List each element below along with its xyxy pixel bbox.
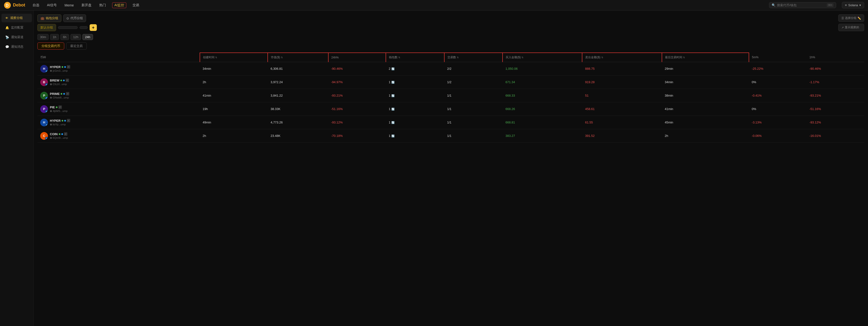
wallet-group-label: 钱包分组: [46, 16, 58, 20]
change5m-1: 0%: [749, 76, 807, 89]
badge-square: ✓: [66, 79, 69, 82]
blue-dot: [61, 133, 63, 135]
last-trade-2: 38min: [662, 89, 749, 102]
coin-cell-0: H ◎ HYPER ✓ ⊕ jcGm3...ump: [37, 62, 200, 76]
change5m-5: -0.06%: [749, 129, 807, 143]
time-btn-30m[interactable]: 30m: [37, 34, 49, 40]
table-row[interactable]: C ◎ COIN ✓ ⊕ 6Qm9r...ump 2h: [37, 129, 864, 143]
verify-icon: ⊕: [50, 137, 52, 139]
sidebar-item-notifymsg[interactable]: 💬 通知消息: [1, 42, 32, 51]
created-4: 49min: [200, 116, 268, 129]
col-coin: 币种: [37, 53, 200, 62]
col-sell-amount[interactable]: 卖出金额($): [582, 53, 662, 62]
sidebar-item-label-notifymsg: 通知消息: [11, 45, 24, 49]
table-row[interactable]: H ◎ HYPER ✓ ⊕ jcGm3...ump 34m: [37, 62, 864, 76]
display-watch-label: 显示观察的: [845, 25, 859, 29]
eye-icon: 👁: [5, 16, 8, 20]
col-1h: 1h%: [806, 53, 864, 62]
sidebar-item-label-monitorconfig: 监控配置: [11, 25, 24, 30]
sidebar-item-watchgroup[interactable]: 👁 观察分组: [1, 14, 32, 22]
right-actions: ☰ 选择分组 ✏️ ↗ 显示观察的: [838, 14, 864, 31]
nav-item-aijianakong[interactable]: AI监控: [112, 2, 126, 8]
change1h-4: -93.12%: [806, 116, 864, 129]
col-last-trade[interactable]: 最后交易时间: [662, 53, 749, 62]
col-marketcap[interactable]: 市值($): [268, 53, 328, 62]
trades-3: 1/1: [444, 102, 503, 116]
col-created[interactable]: 创建时间: [200, 53, 268, 62]
change1h-2: -93.21%: [806, 89, 864, 102]
col-24h: 24h%: [328, 53, 386, 62]
created-5: 2h: [200, 129, 268, 143]
add-group-btn[interactable]: +: [90, 24, 97, 31]
search-bar[interactable]: 🔍 ⌘K: [769, 2, 836, 8]
col-5m: 5m%: [749, 53, 807, 62]
change1h-3: -51.16%: [806, 102, 864, 116]
marketcap-1: 3,972.24: [268, 76, 328, 89]
main-content: ☰ 选择分组 ✏️ ↗ 显示观察的 💼 钱包分组 ⊙ 代币分组 默认分组 + 3…: [34, 10, 868, 326]
sidebar-item-label-notifychannel: 通知渠道: [11, 35, 24, 39]
trades-5: 1/1: [444, 129, 503, 143]
sell-amount-2: 51: [582, 89, 662, 102]
buy-amount-1: 671.34: [502, 76, 582, 89]
blue-dot: [63, 93, 65, 95]
display-watch-btn[interactable]: ↗ 显示观察的: [838, 24, 864, 31]
sidebar: 👁 观察分组 🔔 监控配置 📡 通知渠道 💬 通知消息: [0, 10, 34, 326]
coin-cell-4: H ◎ HYPER ✓ ⊕ iioYp...ump: [37, 116, 200, 129]
nav-item-remen[interactable]: 热门: [98, 2, 107, 8]
table-row[interactable]: B ◎ BREW ✓ ⊕ CfczV...ump 2h: [37, 76, 864, 89]
tab-recent-trades[interactable]: 最近交易: [66, 42, 87, 50]
tab-group-trades[interactable]: 分组交易代币: [37, 42, 64, 50]
blue-dot: [63, 80, 65, 81]
group-tag-1[interactable]: [58, 26, 78, 29]
green-dot: [60, 80, 62, 81]
token-group-btn[interactable]: ⊙ 代币分组: [63, 14, 86, 22]
search-input[interactable]: [777, 3, 825, 7]
time-btn-6h[interactable]: 6h: [60, 34, 69, 40]
change24h-0: -90.46%: [328, 62, 386, 76]
nav-item-meme[interactable]: Meme: [63, 2, 75, 8]
marketcap-3: 38.33K: [268, 102, 328, 116]
change5m-0: -25.22%: [749, 62, 807, 76]
table-row[interactable]: P ◎ PIE ✓ ⊕ 4jbMS...ump 19h: [37, 102, 864, 116]
time-btn-1h[interactable]: 1h: [50, 34, 59, 40]
buy-amount-4: 668.81: [502, 116, 582, 129]
network-btn[interactable]: ≡ Solana ▾: [842, 2, 864, 8]
change24h-5: -70.18%: [328, 129, 386, 143]
created-2: 41min: [200, 89, 268, 102]
coin-cell-1: B ◎ BREW ✓ ⊕ CfczV...ump: [37, 76, 200, 89]
change5m-4: -3.13%: [749, 116, 807, 129]
select-group-btn[interactable]: ☰ 选择分组 ✏️: [838, 14, 864, 22]
sidebar-item-notifychannel[interactable]: 📡 通知渠道: [1, 33, 32, 41]
group-tag-2[interactable]: [80, 26, 88, 29]
col-wallets[interactable]: 钱包数: [386, 53, 444, 62]
change1h-0: -90.46%: [806, 62, 864, 76]
token-icon: ⊙: [66, 17, 69, 20]
verify-icon: ⊕: [50, 123, 52, 126]
marketcap-4: 4,773.26: [268, 116, 328, 129]
buy-amount-2: 668.33: [502, 89, 582, 102]
change5m-3: 0%: [749, 102, 807, 116]
time-btn-12h[interactable]: 12h: [70, 34, 81, 40]
nav-item-ai[interactable]: AI信号: [45, 2, 58, 8]
badge-square: ✓: [67, 119, 70, 122]
col-trades[interactable]: 交易数: [444, 53, 503, 62]
nav-item-zixuan[interactable]: 自选: [31, 2, 41, 8]
default-group-tag[interactable]: 默认分组: [37, 24, 56, 31]
change24h-4: -93.12%: [328, 116, 386, 129]
sidebar-item-monitorconfig[interactable]: 🔔 监控配置: [1, 23, 32, 32]
nav-item-xinkaipan[interactable]: 新开盘: [80, 2, 93, 8]
green-dot: [56, 107, 58, 108]
buy-amount-5: 383.27: [502, 129, 582, 143]
coin-cell-5: C ◎ COIN ✓ ⊕ 6Qm9r...ump: [37, 129, 200, 143]
table-row[interactable]: H ◎ HYPER ✓ ⊕ iioYp...ump 49m: [37, 116, 864, 129]
verify-icon: ⊕: [50, 110, 52, 112]
wallet-group-btn[interactable]: 💼 钱包分组: [37, 14, 61, 22]
table-row[interactable]: P ◎ PRIME ✓ ⊕ GNwb8...ump 41m: [37, 89, 864, 102]
time-filter-row: 30m 1h 6h 12h 24h: [37, 34, 864, 40]
coin-cell-3: P ◎ PIE ✓ ⊕ 4jbMS...ump: [37, 102, 200, 116]
col-buy-amount[interactable]: 买入金额($): [502, 53, 582, 62]
time-btn-24h[interactable]: 24h: [83, 34, 93, 40]
badge-square: ✓: [59, 106, 62, 109]
last-trade-1: 34min: [662, 76, 749, 89]
nav-item-jiaoyi[interactable]: 交易: [131, 2, 141, 8]
